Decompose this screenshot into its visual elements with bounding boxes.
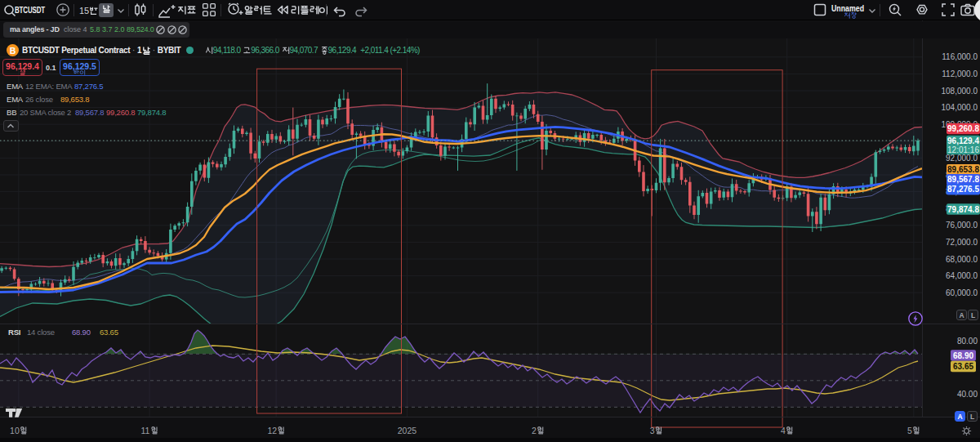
svg-text:A: A xyxy=(959,311,964,319)
svg-text:72,000.0: 72,000.0 xyxy=(946,238,978,247)
svg-text:89,567.8: 89,567.8 xyxy=(947,175,979,184)
svg-text:92,000.0: 92,000.0 xyxy=(946,154,978,163)
svg-text:4: 4 xyxy=(781,426,786,435)
svg-text:L: L xyxy=(970,413,974,421)
svg-text:2025: 2025 xyxy=(398,426,417,435)
svg-text:L: L xyxy=(971,311,975,319)
svg-text:68.90: 68.90 xyxy=(953,351,973,360)
svg-text:99,260.8: 99,260.8 xyxy=(947,124,979,133)
svg-text:89,653.8: 89,653.8 xyxy=(947,165,979,174)
svg-text:64,000.0: 64,000.0 xyxy=(946,271,978,280)
svg-text:3: 3 xyxy=(650,426,655,435)
svg-text:12: 12 xyxy=(268,426,278,435)
svg-text:104,000.0: 104,000.0 xyxy=(942,103,978,112)
svg-text:5: 5 xyxy=(907,426,912,435)
svg-text:108,000.0: 108,000.0 xyxy=(942,87,978,96)
svg-text:2: 2 xyxy=(532,426,537,435)
svg-text:87,276.5: 87,276.5 xyxy=(947,185,979,194)
svg-text:116,000.0: 116,000.0 xyxy=(942,52,978,61)
svg-text:79,874.8: 79,874.8 xyxy=(947,205,979,214)
svg-text:80.00: 80.00 xyxy=(957,337,978,346)
svg-text:10: 10 xyxy=(10,426,20,435)
svg-text:60,000.0: 60,000.0 xyxy=(946,288,978,297)
svg-text:63.65: 63.65 xyxy=(953,362,973,371)
svg-text:12:01:16: 12:01:16 xyxy=(947,145,979,154)
svg-text:68,000.0: 68,000.0 xyxy=(946,255,978,264)
svg-text:96,129.4: 96,129.4 xyxy=(947,136,979,145)
svg-text:112,000.0: 112,000.0 xyxy=(942,69,978,78)
svg-text:11: 11 xyxy=(140,426,149,435)
svg-text:76,000.0: 76,000.0 xyxy=(946,221,978,230)
svg-text:A: A xyxy=(957,413,962,421)
svg-text:40.00: 40.00 xyxy=(957,390,978,399)
